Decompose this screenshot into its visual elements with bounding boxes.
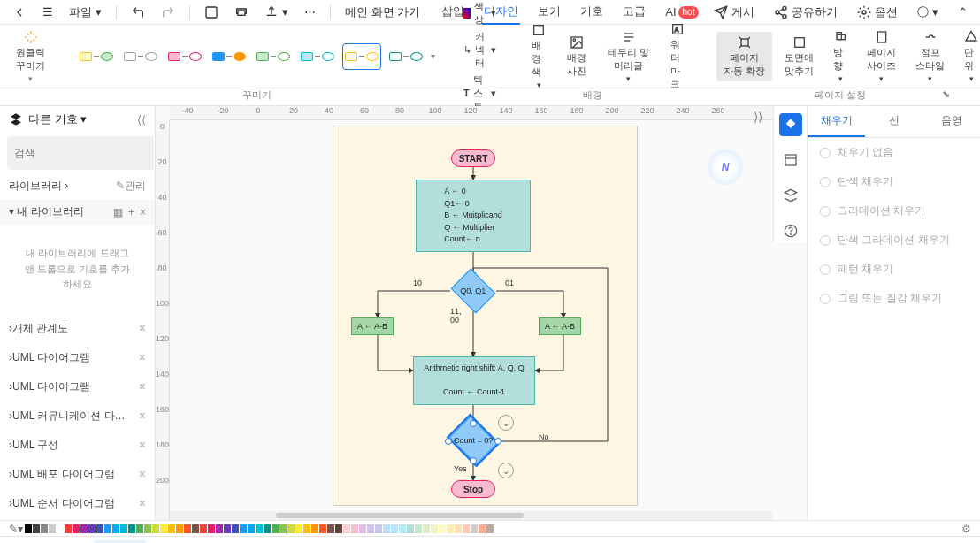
node-init[interactable]: A ← 0 Q1← 0 B ← Muitplicand Q ← Multipli… [416, 180, 531, 252]
node-stop[interactable]: Stop [451, 480, 495, 498]
eyedropper-button[interactable]: ✎▾ [9, 523, 23, 535]
bg-color-button[interactable]: 배경색▾ [524, 19, 553, 93]
color-swatch[interactable] [264, 524, 271, 533]
unit-button[interactable]: 단위▾ [957, 27, 980, 87]
canvas-area[interactable]: -40-200204060801001201401601802002202402… [156, 106, 773, 520]
theme-4[interactable] [210, 43, 249, 70]
close-cat[interactable]: × [139, 379, 146, 394]
publish-button[interactable]: 게시 [708, 2, 760, 23]
layers-tool-button[interactable] [779, 184, 802, 207]
rp-tab-fill[interactable]: 채우기 [808, 106, 865, 137]
color-swatch[interactable] [160, 524, 167, 533]
page-tab-current[interactable]: Page-1 [94, 540, 146, 544]
color-dropdown[interactable]: 색상 ▾ [460, 0, 500, 27]
fit-drawing-button[interactable]: 도면에 맞추기 [777, 32, 821, 81]
color-swatch[interactable] [65, 524, 72, 533]
my-library-section[interactable]: ▾ 내 라이브러리 [9, 204, 84, 219]
color-swatch[interactable] [335, 524, 342, 533]
color-swatch[interactable] [351, 524, 358, 533]
color-swatch[interactable] [176, 524, 183, 533]
color-swatch[interactable] [41, 524, 48, 533]
color-swatch[interactable] [120, 524, 127, 533]
share-button[interactable]: 공유하기 [769, 2, 843, 23]
jump-style-button[interactable]: 점프 스타일▾ [908, 27, 952, 87]
layout-tool-button[interactable] [779, 149, 802, 172]
bg-image-button[interactable]: 배경 사진 [560, 32, 593, 81]
close-cat[interactable]: × [139, 350, 146, 364]
page-autoexpand-button[interactable]: 페이지 자동 확장 [716, 32, 772, 81]
color-swatch[interactable] [168, 524, 175, 533]
color-swatch[interactable] [184, 524, 191, 533]
cat-uml-usecase[interactable]: › UML 케이스 다이어그램× [0, 518, 155, 520]
main-screen-link[interactable]: 메인 화면 가기 [340, 2, 425, 23]
theme-5[interactable] [254, 43, 293, 70]
close-mylib[interactable]: × [140, 206, 146, 218]
theme-3[interactable] [165, 43, 204, 70]
theme-7[interactable] [342, 43, 381, 70]
fill-option-0[interactable]: 채우기 없음 [808, 138, 980, 167]
color-swatch[interactable] [391, 524, 398, 533]
hamburger-icon[interactable]: ☰ [37, 3, 58, 21]
color-swatch[interactable] [128, 524, 135, 533]
border-header-button[interactable]: 테두리 및 머리글▾ [601, 27, 656, 87]
cat-uml-comp[interactable]: › UML 구성× [0, 431, 155, 460]
close-cat[interactable]: × [139, 467, 146, 481]
color-swatch[interactable] [479, 524, 486, 533]
undo-button[interactable] [126, 3, 150, 22]
color-swatch[interactable] [80, 524, 88, 533]
cat-uml-comm[interactable]: › UML 커뮤니케이션 다이어...× [0, 402, 155, 431]
color-swatch[interactable] [383, 524, 390, 533]
add-icon[interactable]: + [128, 206, 134, 218]
connector-dropdown[interactable]: ↳ 커넥터 ▾ [460, 29, 500, 71]
cat-uml-sequence[interactable]: › UML 순서 다이어그램× [0, 489, 155, 518]
color-swatch[interactable] [463, 524, 470, 533]
back-button[interactable] [7, 3, 32, 22]
help-button[interactable]: ⓘ ▾ [912, 2, 944, 23]
fill-option-1[interactable]: 단색 채우기 [808, 167, 980, 196]
color-swatch[interactable] [232, 524, 239, 533]
cat-entity-relation[interactable]: › 개체 관계도× [0, 314, 155, 343]
fill-option-2[interactable]: 그라데이션 채우기 [808, 196, 980, 226]
page-size-button[interactable]: 페이지 사이즈▾ [860, 27, 903, 87]
color-swatch[interactable] [399, 524, 406, 533]
color-swatch[interactable] [49, 524, 56, 533]
theme-2[interactable] [121, 43, 160, 70]
tab-symbols[interactable]: 기호 [578, 0, 605, 25]
color-swatch[interactable] [471, 524, 478, 533]
theme-6[interactable] [298, 43, 337, 70]
color-swatch[interactable] [104, 524, 111, 533]
color-swatch[interactable] [33, 524, 40, 533]
rp-tab-shadow[interactable]: 음영 [923, 106, 980, 137]
color-swatch[interactable] [415, 524, 422, 533]
color-swatch[interactable] [200, 524, 207, 533]
color-swatch[interactable] [248, 524, 255, 533]
color-swatch[interactable] [359, 524, 366, 533]
color-swatch[interactable] [279, 524, 287, 533]
collapse-ribbon-button[interactable]: ⌃ [953, 3, 973, 21]
close-cat[interactable]: × [139, 321, 146, 335]
node-start[interactable]: START [451, 149, 495, 167]
color-swatch[interactable] [343, 524, 350, 533]
color-swatch[interactable] [96, 524, 103, 533]
fill-tool-button[interactable] [779, 113, 802, 136]
color-swatch[interactable] [224, 524, 231, 533]
canvas-scrollbar-h[interactable] [170, 511, 773, 520]
color-settings-button[interactable]: ⚙ [961, 523, 971, 535]
color-swatch[interactable] [447, 524, 454, 533]
color-swatch[interactable] [287, 524, 295, 533]
node-sub[interactable]: A ← A-B [351, 317, 394, 335]
color-swatch[interactable] [311, 524, 318, 533]
color-swatch[interactable] [256, 524, 263, 533]
watermark-button[interactable]: A워터마크 [663, 19, 692, 95]
help-tool-button[interactable] [779, 219, 802, 242]
color-swatch[interactable] [144, 524, 151, 533]
color-swatch[interactable] [136, 524, 143, 533]
canvas-page[interactable]: N START A ← 0 Q1← 0 B ← Muitplicand Q ← … [333, 126, 638, 506]
color-swatch[interactable] [216, 524, 223, 533]
library-dropzone[interactable]: 내 라이브러리에 드래그 앤 드롭으로 기호를 추가하세요 [14, 230, 141, 309]
close-cat[interactable]: × [139, 496, 146, 510]
fill-option-5[interactable]: 그림 또는 질감 채우기 [808, 284, 980, 313]
tab-advanced[interactable]: 고급 [621, 0, 647, 25]
color-swatch[interactable] [439, 524, 446, 533]
chevron-down-button-2[interactable]: ⌄ [498, 463, 514, 478]
